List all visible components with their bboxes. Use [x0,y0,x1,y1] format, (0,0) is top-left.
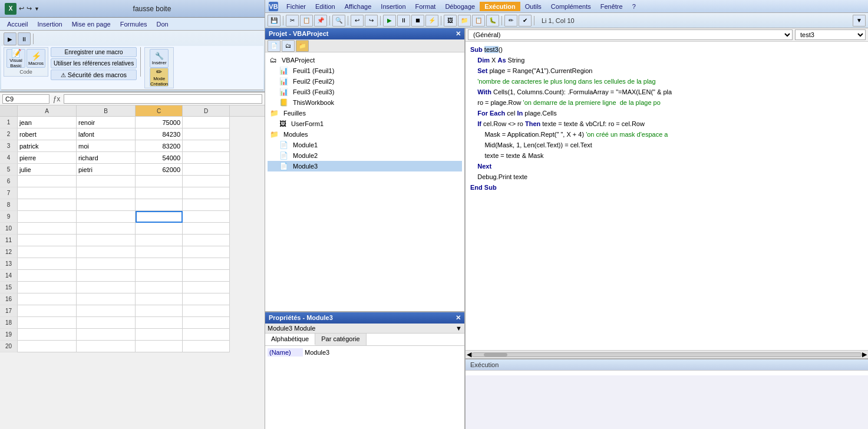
vba-tool-mode[interactable]: ⚡ [425,15,438,27]
select-all-corner[interactable] [0,105,18,116]
row-header-7[interactable]: 7 [0,187,18,199]
cell-d9[interactable] [183,211,230,223]
vba-menu-outils[interactable]: Outils [520,2,546,11]
menu-mise-en-page[interactable]: Mise en page [67,19,115,29]
project-tool-2[interactable]: 🗂 [282,40,295,52]
row-header-5[interactable]: 5 [0,164,18,176]
cell-a2[interactable]: robert [18,128,77,140]
menu-insertion[interactable]: Insertion [32,19,67,29]
vba-tool-dropdown[interactable]: ▼ [853,15,866,27]
cell-b2[interactable]: lafont [77,128,136,140]
cell-d16[interactable] [183,293,230,305]
cell-a19[interactable] [18,329,77,341]
formula-input[interactable] [64,94,262,104]
name-box[interactable] [2,94,49,104]
code-scrollbar[interactable]: ◀ ▶ [466,350,868,358]
cell-c1[interactable]: 75000 [136,117,183,128]
cell-c10[interactable] [136,223,183,235]
row-header-16[interactable]: 16 [0,293,18,305]
menu-don[interactable]: Don [152,19,173,29]
vba-tool-undo[interactable]: ↩ [351,15,364,27]
cell-a3[interactable]: patrick [18,140,77,152]
cell-d10[interactable] [183,223,230,235]
cell-c20[interactable] [136,341,183,352]
cell-a4[interactable]: pierre [18,152,77,164]
cell-c17[interactable] [136,305,183,317]
cell-b18[interactable] [77,317,136,329]
securite-macros-button[interactable]: ⚠ Sécurité des macros [51,70,137,80]
cell-c11[interactable] [136,235,183,246]
row-header-4[interactable]: 4 [0,152,18,164]
tree-item-feuil2-(feuil2)[interactable]: 📊Feuil2 (Feuil2) [268,76,462,87]
col-header-b[interactable]: B [77,105,136,116]
cell-a7[interactable] [18,187,77,199]
vba-tool-find[interactable]: 🔍 [332,15,345,27]
vba-menu-help[interactable]: ? [628,2,641,11]
vba-tool-run[interactable]: ▶ [383,15,396,27]
cell-d13[interactable] [183,258,230,270]
scrollbar-track[interactable] [471,352,862,357]
vba-menu-affichage[interactable]: Affichage [340,2,377,11]
vba-tool-cursor[interactable]: ✏ [504,15,517,27]
cell-d11[interactable] [183,235,230,246]
cell-d15[interactable] [183,282,230,293]
cell-a16[interactable] [18,293,77,305]
tree-item-feuil3-(feuil3)[interactable]: 📊Feuil3 (Feuil3) [268,87,462,97]
cell-b6[interactable] [77,176,136,187]
cell-d12[interactable] [183,246,230,258]
cell-b10[interactable] [77,223,136,235]
cell-c18[interactable] [136,317,183,329]
col-header-c[interactable]: C [136,105,183,116]
cell-d5[interactable] [183,164,230,176]
menu-accueil[interactable]: Accueil [2,19,32,29]
scroll-left-arrow[interactable]: ◀ [467,351,471,358]
cell-a11[interactable] [18,235,77,246]
vba-tool-save[interactable]: 💾 [268,15,280,27]
cell-a14[interactable] [18,270,77,282]
row-header-13[interactable]: 13 [0,258,18,270]
vba-menu-fenetre[interactable]: Fenêtre [596,2,628,11]
row-header-3[interactable]: 3 [0,140,18,152]
vba-tool-userform[interactable]: 🖼 [444,15,457,27]
vba-tool-props[interactable]: 📋 [472,15,485,27]
cell-d1[interactable] [183,117,230,128]
cell-d7[interactable] [183,187,230,199]
tree-item-feuil1-(feuil1)[interactable]: 📊Feuil1 (Feuil1) [268,65,462,76]
props-close-button[interactable]: ✕ [456,314,461,322]
col-header-a[interactable]: A [18,105,77,116]
vba-menu-insertion[interactable]: Insertion [376,2,410,11]
cell-c16[interactable] [136,293,183,305]
vba-menu-fichier[interactable]: Fichier [282,2,311,11]
cell-a5[interactable]: julie [18,164,77,176]
redo-icon[interactable]: ↪ [27,5,32,12]
props-tab-alphabetique[interactable]: Alphabétique [265,334,315,345]
row-header-10[interactable]: 10 [0,223,18,235]
vba-menu-execution[interactable]: Exécution [480,2,520,11]
cell-c12[interactable] [136,246,183,258]
tree-item-vbaproject[interactable]: 🗂VBAProject [268,55,462,65]
tree-item-module1[interactable]: 📄Module1 [268,140,462,150]
row-header-18[interactable]: 18 [0,317,18,329]
cell-b11[interactable] [77,235,136,246]
proc-dropdown[interactable]: test3 [795,29,866,40]
references-relatives-button[interactable]: Utiliser les références relatives [51,58,137,68]
tree-item-modules[interactable]: 📁Modules [268,129,462,140]
tree-item-feuilles[interactable]: 📁Feuilles [268,108,462,118]
vba-menu-debogage[interactable]: Débogage [440,2,480,11]
cell-c14[interactable] [136,270,183,282]
cell-a17[interactable] [18,305,77,317]
cell-a9[interactable] [18,211,77,223]
project-close-button[interactable]: ✕ [456,30,461,38]
cell-b20[interactable] [77,341,136,352]
cell-d20[interactable] [183,341,230,352]
cell-d8[interactable] [183,199,230,211]
tree-item-thisworkbook[interactable]: 📒ThisWorkbook [268,97,462,108]
cell-a10[interactable] [18,223,77,235]
row-header-12[interactable]: 12 [0,246,18,258]
row-header-2[interactable]: 2 [0,128,18,140]
vba-tool-debug[interactable]: 🐛 [486,15,499,27]
cell-c4[interactable]: 54000 [136,152,183,164]
project-tool-3[interactable]: 📁 [296,40,309,52]
cell-a15[interactable] [18,282,77,293]
props-module-dropdown-icon[interactable]: ▼ [456,325,462,332]
